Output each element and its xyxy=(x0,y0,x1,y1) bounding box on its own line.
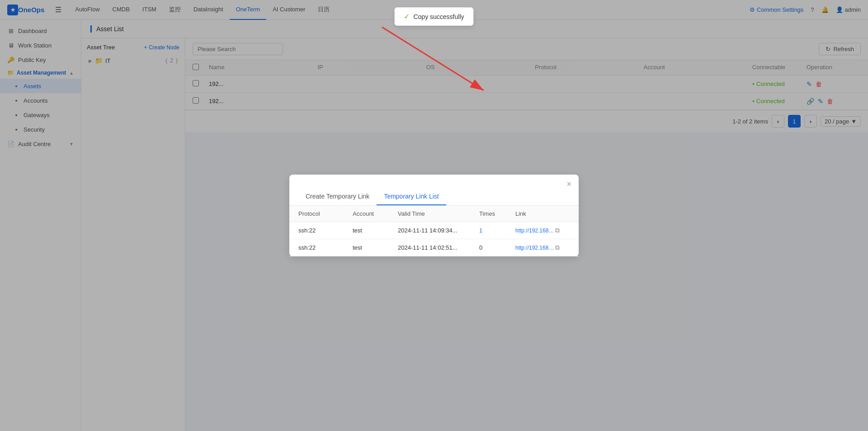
toast-message: Copy successfully xyxy=(413,13,464,20)
copy-link-icon-1[interactable]: ⧉ xyxy=(555,227,570,234)
modal-close-button[interactable]: × xyxy=(566,180,571,188)
modal-table-row: ssh:22 test 2024-11-11 14:02:51... 0 htt… xyxy=(289,239,579,256)
modal-overlay[interactable]: × Create Temporary Link Temporary Link L… xyxy=(0,0,868,431)
modal-header: × xyxy=(289,175,579,188)
copy-link-icon-2[interactable]: ⧉ xyxy=(555,244,570,251)
toast-notification: ✓ Copy successfully xyxy=(394,7,473,26)
modal-table-header: Protocol Account Valid Time Times Link xyxy=(289,206,579,222)
toast-check-icon: ✓ xyxy=(404,12,410,21)
tab-temporary-link-list[interactable]: Temporary Link List xyxy=(377,188,446,205)
modal: × Create Temporary Link Temporary Link L… xyxy=(289,175,579,256)
modal-tabs: Create Temporary Link Temporary Link Lis… xyxy=(289,188,579,206)
tab-create-temporary-link[interactable]: Create Temporary Link xyxy=(298,188,377,205)
modal-table-row: ssh:22 test 2024-11-11 14:09:34... 1 htt… xyxy=(289,222,579,239)
modal-body: Protocol Account Valid Time Times Link s… xyxy=(289,206,579,256)
